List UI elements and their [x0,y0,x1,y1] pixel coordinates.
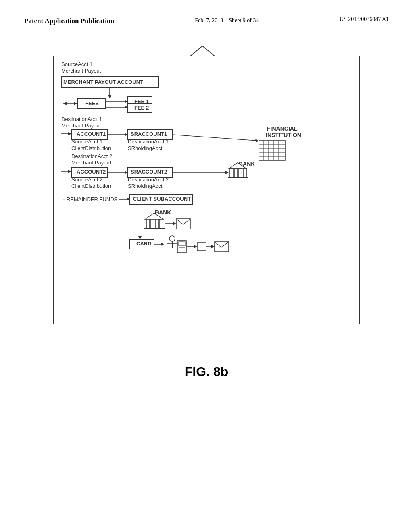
svg-marker-49 [173,222,176,225]
merchant-payout-account-label: MERCHANT PAYOUT ACCOUNT [63,79,143,85]
source-acct-label: SourceAcct 1 [61,61,92,67]
svg-marker-13 [125,100,128,103]
sraccount1-label: SRACCOUNT1 [131,131,167,137]
svg-marker-11 [74,102,77,105]
account1-label: ACCOUNT1 [77,131,106,137]
svg-rect-57 [179,242,185,246]
dest-acct2-mp-label2: Merchant Payout [71,160,111,166]
svg-marker-35 [225,171,229,174]
svg-rect-45 [155,219,159,228]
svg-marker-70 [138,236,142,239]
svg-rect-39 [243,169,246,178]
account2-label: ACCOUNT2 [77,169,106,175]
source-acct1-client-label1: SourceAcct 1 [71,139,102,145]
svg-marker-21 [255,139,259,142]
dest-acct1-label1: DestinationAcct 1 [61,116,102,122]
person-icon [169,236,175,241]
svg-marker-33 [125,171,128,174]
svg-rect-38 [239,169,242,178]
bank-label2: BANK [155,209,171,216]
page-header: Patent Application Publication Feb. 7, 2… [24,16,389,26]
svg-marker-54 [161,243,164,246]
svg-line-4 [190,46,202,56]
svg-marker-19 [125,133,128,136]
svg-rect-36 [230,169,233,178]
source-acct1-client-label2: ClientDistribution [71,145,111,151]
dest-acct2-mp-label1: DestinationAcct 2 [71,153,112,159]
dest-acct2-sr-label1: DestinationAcct 2 [128,177,169,183]
merchant-payout-top-label: Merchant Payout [61,68,101,74]
svg-marker-61 [194,245,197,248]
svg-marker-10 [63,102,67,105]
date: Feb. 7, 2013 [195,17,223,23]
main-diagram-svg: SourceAcct 1 Merchant Payout MERCHANT PA… [41,42,372,348]
svg-rect-37 [234,169,238,178]
svg-rect-43 [146,219,150,228]
sheet-info: Feb. 7, 2013 Sheet 9 of 34 [195,16,259,25]
dest-acct1-label2: Merchant Payout [61,123,101,129]
dest-acct1-sr-label2: SRholdingAcct [128,145,163,151]
client-subaccount-label: CLIENT SUBACCOUNT [133,196,191,202]
svg-marker-42 [127,197,130,201]
figure-label: FIG. 8b [24,364,389,379]
financial-institution-icon [259,140,285,160]
fees-label: FEES [85,100,99,106]
svg-line-20 [172,135,257,141]
source-acct2-label1: SourceAcct 2 [71,177,102,183]
sraccount2-label: SRACCOUNT2 [131,169,167,175]
source-acct2-label2: ClientDistribution [71,183,111,189]
reader-icon [197,243,206,251]
fee2-label: FEE 2 [134,105,149,111]
svg-line-5 [202,46,215,56]
svg-rect-44 [151,219,154,228]
dest-acct1-sr-label1: DestinationAcct 1 [128,139,169,145]
svg-marker-8 [108,95,111,98]
patent-number: US 2013/0036047 A1 [340,16,389,23]
publication-title: Patent Application Publication [24,16,114,26]
dest-acct2-sr-label2: SRholdingAcct [128,183,163,189]
svg-marker-15 [125,106,128,109]
svg-marker-66 [211,245,215,248]
card-label: CARD [136,241,152,247]
svg-marker-31 [68,170,71,173]
sheet-number: Sheet 9 of 34 [229,17,259,23]
financial-institution-label2: INSTITUTION [266,132,301,138]
diagram-container: SourceAcct 1 Merchant Payout MERCHANT PA… [24,42,389,348]
remainder-funds-label: └ REMAINDER FUNDS [61,196,118,202]
svg-marker-17 [68,132,71,135]
svg-rect-46 [160,219,163,228]
financial-institution-label: FINANCIAL [267,125,298,132]
page: Patent Application Publication Feb. 7, 2… [0,0,413,532]
